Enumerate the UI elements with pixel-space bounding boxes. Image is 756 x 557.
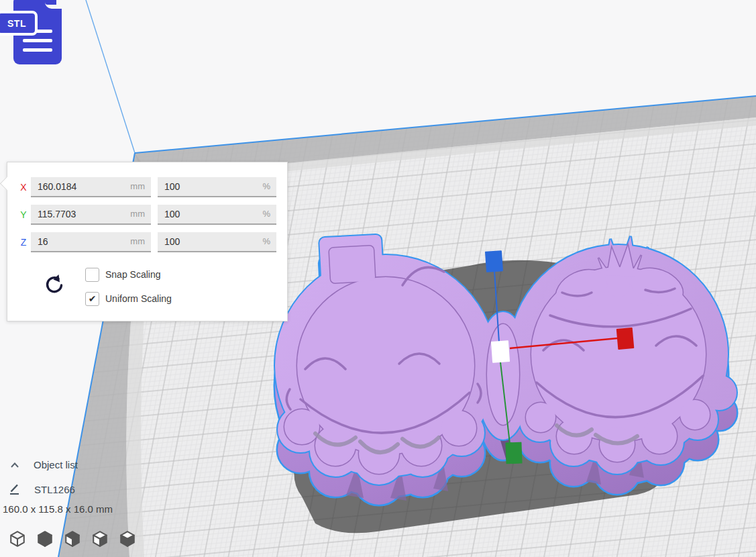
- scale-y-percent-field[interactable]: %: [158, 205, 276, 225]
- axis-z-label: Z: [19, 237, 28, 248]
- scale-handle-y[interactable]: [505, 442, 522, 464]
- scale-x-mm-field[interactable]: mm: [31, 177, 151, 197]
- object-dimensions: 160.0 x 115.8 x 16.0 mm: [3, 503, 113, 515]
- scale-y-mm-field[interactable]: mm: [31, 205, 151, 225]
- scale-x-percent-field[interactable]: %: [158, 177, 276, 197]
- view-front-icon[interactable]: [36, 530, 54, 548]
- uniform-scaling-checkbox[interactable]: ✔: [85, 292, 99, 306]
- scale-handle-center[interactable]: [491, 340, 510, 363]
- axis-x-label: X: [19, 182, 28, 193]
- chevron-up-icon: [9, 461, 20, 469]
- scale-tool-panel: X mm % Y mm % Z mm %: [7, 162, 288, 321]
- scale-handle-x[interactable]: [616, 327, 635, 350]
- snap-scaling-label: Snap Scaling: [105, 269, 161, 280]
- view-top-icon[interactable]: [64, 530, 81, 548]
- view-right-icon[interactable]: [119, 530, 136, 548]
- scale-z-percent-field[interactable]: %: [158, 232, 276, 252]
- stl-badge: STL: [0, 11, 38, 36]
- object-list-toggle[interactable]: Object list: [9, 459, 78, 470]
- reset-scale-icon: [42, 274, 65, 297]
- object-item-name: STL1266: [34, 484, 75, 495]
- object-list-item[interactable]: STL1266: [9, 483, 75, 495]
- camera-view-toolbar: [9, 530, 136, 548]
- object-list-header: Object list: [34, 459, 78, 470]
- scale-z-mm-field[interactable]: mm: [31, 232, 151, 252]
- stl-file-icon[interactable]: STL: [5, 0, 63, 67]
- axis-y-label: Y: [19, 209, 28, 220]
- reset-scale-button[interactable]: [42, 274, 65, 297]
- edit-pencil-icon: [9, 483, 21, 495]
- snap-scaling-checkbox[interactable]: [85, 268, 99, 282]
- scale-handle-z[interactable]: [485, 250, 503, 272]
- stl-fold-corner: [45, 0, 62, 9]
- view-3d-icon[interactable]: [9, 530, 26, 548]
- view-left-icon[interactable]: [91, 530, 109, 548]
- uniform-scaling-label: Uniform Scaling: [105, 293, 172, 304]
